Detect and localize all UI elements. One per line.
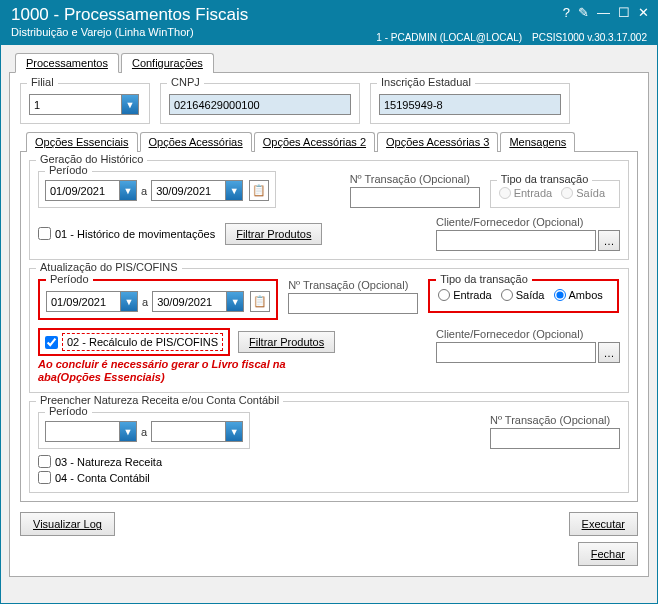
gh-numtrans-label: Nº Transação (Opcional) [350,173,480,185]
gh-numtrans-input[interactable] [350,187,480,208]
titlebar: 1000 - Processamentos Fiscais Distribuiç… [1,1,657,45]
gh-radio-entrada[interactable]: Entrada [499,187,553,199]
gh-filtrar-produtos-button[interactable]: Filtrar Produtos [225,223,322,245]
pis-cliforn-lookup-button[interactable]: … [598,342,620,363]
gh-periodo-de[interactable] [45,180,119,201]
subtab-acessorias3[interactable]: Opções Acessórias 3 [377,132,498,152]
pis-numtrans-label: Nº Transação (Opcional) [288,279,418,291]
chevron-down-icon[interactable]: ▼ [119,421,137,442]
executar-button[interactable]: Executar [569,512,638,536]
pis-radio-saida[interactable]: Saída [501,289,545,301]
window-title: 1000 - Processamentos Fiscais [11,5,647,25]
status-appver: PCSIS1000 v.30.3.17.002 [532,32,647,43]
subtab-acessorias[interactable]: Opções Acessórias [140,132,252,152]
fechar-button[interactable]: Fechar [578,542,638,566]
pis-cliforn-input[interactable] [436,342,596,363]
chevron-down-icon[interactable]: ▼ [119,180,137,201]
subtab-mensagens[interactable]: Mensagens [500,132,575,152]
calendar-icon[interactable]: 📋 [250,291,270,312]
subtab-essenciais[interactable]: Opções Essenciais [26,132,138,152]
nat-numtrans-label: Nº Transação (Opcional) [490,414,620,426]
filial-label: Filial [27,76,58,88]
nat-numtrans-input[interactable] [490,428,620,449]
minimize-icon[interactable]: — [597,5,610,20]
chevron-down-icon[interactable]: ▼ [225,421,243,442]
nat-periodo-de[interactable] [45,421,119,442]
pis-cliforn-label: Cliente/Fornecedor (Opcional) [436,328,620,340]
gh-a-label: a [141,185,147,197]
chevron-down-icon[interactable]: ▼ [120,291,138,312]
gh-radio-saida[interactable]: Saída [561,187,605,199]
gh-periodo-legend: Período [45,164,92,176]
status-user: 1 - PCADMIN (LOCAL@LOCAL) [376,32,522,43]
edit-icon[interactable]: ✎ [578,5,589,20]
pis-filtrar-produtos-button[interactable]: Filtrar Produtos [238,331,335,353]
chevron-down-icon[interactable]: ▼ [225,180,243,201]
chk-01-historico[interactable]: 01 - Histórico de movimentações [38,227,215,240]
close-icon[interactable]: ✕ [638,5,649,20]
filial-dropdown-icon[interactable]: ▼ [121,94,139,115]
gh-periodo-ate[interactable] [151,180,225,201]
visualizar-log-button[interactable]: Visualizar Log [20,512,115,536]
filial-input[interactable] [29,94,121,115]
pis-periodo-legend: Período [46,273,93,285]
pis-warning-line1: Ao concluir é necessário gerar o Livro f… [38,358,286,370]
chevron-down-icon[interactable]: ▼ [226,291,244,312]
subtab-acessorias2[interactable]: Opções Acessórias 2 [254,132,375,152]
nat-periodo-legend: Período [45,405,92,417]
chk-03-natureza-receita[interactable]: 03 - Natureza Receita [38,455,620,468]
gh-cliforn-lookup-button[interactable]: … [598,230,620,251]
help-icon[interactable]: ? [563,5,570,20]
gh-cliforn-input[interactable] [436,230,596,251]
ie-label: Inscrição Estadual [377,76,475,88]
cnpj-input [169,94,351,115]
nat-a-label: a [141,426,147,438]
chk-02-recalculo-pis[interactable]: 02 - Recálculo de PIS/COFINS [38,328,230,356]
ie-input [379,94,561,115]
pis-legend: Atualização do PIS/COFINS [36,261,182,273]
pis-a-label: a [142,296,148,308]
pis-radio-entrada[interactable]: Entrada [438,289,492,301]
tab-configuracoes[interactable]: Configurações [121,53,214,73]
gh-tipo-legend: Tipo da transação [497,173,593,185]
pis-numtrans-input[interactable] [288,293,418,314]
chk-04-conta-contabil[interactable]: 04 - Conta Contábil [38,471,620,484]
tab-processamentos[interactable]: Processamentos [15,53,119,73]
maximize-icon[interactable]: ☐ [618,5,630,20]
pis-radio-ambos[interactable]: Ambos [554,289,603,301]
calendar-icon[interactable]: 📋 [249,180,269,201]
pis-periodo-de[interactable] [46,291,120,312]
cnpj-label: CNPJ [167,76,204,88]
pis-periodo-ate[interactable] [152,291,226,312]
gh-cliforn-label: Cliente/Fornecedor (Opcional) [436,216,620,228]
pis-warning-line2: aba(Opções Essenciais) [38,371,165,383]
nat-periodo-ate[interactable] [151,421,225,442]
pis-tipo-legend: Tipo da transação [436,273,532,285]
